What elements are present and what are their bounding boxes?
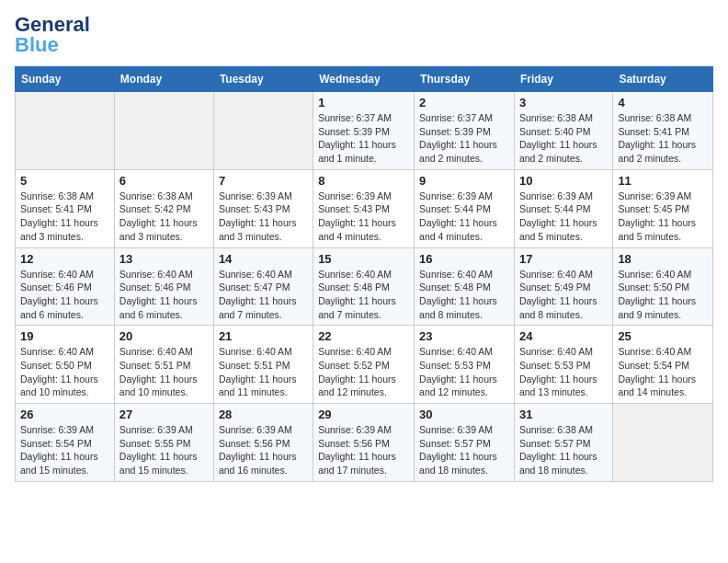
sunrise-text: Sunrise: 6:40 AM <box>419 268 509 282</box>
day-info: Sunrise: 6:39 AMSunset: 5:44 PMDaylight:… <box>519 190 608 244</box>
sunset-text: Sunset: 5:44 PM <box>519 202 608 216</box>
sunset-text: Sunset: 5:40 PM <box>519 125 608 139</box>
daylight-text: Daylight: 11 hours and 4 minutes. <box>318 216 409 243</box>
day-info: Sunrise: 6:40 AMSunset: 5:54 PMDaylight:… <box>618 345 708 399</box>
daylight-text: Daylight: 11 hours and 5 minutes. <box>618 216 708 243</box>
day-number: 17 <box>519 252 608 266</box>
weekday-header-sunday: Sunday <box>16 67 115 92</box>
calendar-cell: 22Sunrise: 6:40 AMSunset: 5:52 PMDayligh… <box>313 326 415 404</box>
day-info: Sunrise: 6:40 AMSunset: 5:53 PMDaylight:… <box>419 345 509 399</box>
sunset-text: Sunset: 5:55 PM <box>119 437 209 451</box>
daylight-text: Daylight: 11 hours and 3 minutes. <box>20 216 109 243</box>
sunrise-text: Sunrise: 6:38 AM <box>119 190 209 203</box>
daylight-text: Daylight: 11 hours and 17 minutes. <box>318 450 409 477</box>
sunset-text: Sunset: 5:46 PM <box>20 281 109 294</box>
sunset-text: Sunset: 5:50 PM <box>20 359 109 373</box>
sunset-text: Sunset: 5:43 PM <box>219 202 308 216</box>
day-info: Sunrise: 6:38 AMSunset: 5:41 PMDaylight:… <box>20 190 109 244</box>
daylight-text: Daylight: 11 hours and 13 minutes. <box>519 373 608 399</box>
sunrise-text: Sunrise: 6:40 AM <box>318 268 409 282</box>
calendar-cell: 9Sunrise: 6:39 AMSunset: 5:44 PMDaylight… <box>415 169 515 247</box>
day-number: 16 <box>419 252 509 266</box>
daylight-text: Daylight: 11 hours and 14 minutes. <box>618 373 708 399</box>
day-info: Sunrise: 6:40 AMSunset: 5:50 PMDaylight:… <box>618 268 708 322</box>
weekday-header-tuesday: Tuesday <box>213 67 313 92</box>
calendar-cell: 18Sunrise: 6:40 AMSunset: 5:50 PMDayligh… <box>613 247 713 326</box>
day-number: 6 <box>119 174 209 188</box>
sunrise-text: Sunrise: 6:38 AM <box>519 423 608 437</box>
daylight-text: Daylight: 11 hours and 2 minutes. <box>618 138 708 165</box>
daylight-text: Daylight: 11 hours and 16 minutes. <box>219 450 308 477</box>
day-info: Sunrise: 6:40 AMSunset: 5:51 PMDaylight:… <box>219 345 308 399</box>
day-info: Sunrise: 6:40 AMSunset: 5:51 PMDaylight:… <box>119 345 209 399</box>
daylight-text: Daylight: 11 hours and 18 minutes. <box>519 450 608 477</box>
day-info: Sunrise: 6:39 AMSunset: 5:56 PMDaylight:… <box>219 423 308 477</box>
calendar-cell: 2Sunrise: 6:37 AMSunset: 5:39 PMDaylight… <box>415 92 515 170</box>
sunset-text: Sunset: 5:52 PM <box>318 359 409 373</box>
sunset-text: Sunset: 5:50 PM <box>618 281 708 294</box>
day-number: 28 <box>219 408 308 421</box>
calendar-cell: 14Sunrise: 6:40 AMSunset: 5:47 PMDayligh… <box>213 247 313 326</box>
sunrise-text: Sunrise: 6:40 AM <box>119 345 209 359</box>
daylight-text: Daylight: 11 hours and 3 minutes. <box>219 216 308 243</box>
calendar-cell: 15Sunrise: 6:40 AMSunset: 5:48 PMDayligh… <box>313 247 415 326</box>
day-info: Sunrise: 6:40 AMSunset: 5:46 PMDaylight:… <box>20 268 109 322</box>
sunrise-text: Sunrise: 6:37 AM <box>419 111 509 125</box>
logo-text: GeneralBlue <box>15 15 90 55</box>
sunrise-text: Sunrise: 6:38 AM <box>20 190 109 203</box>
weekday-header-wednesday: Wednesday <box>313 67 415 92</box>
calendar-cell: 3Sunrise: 6:38 AMSunset: 5:40 PMDaylight… <box>514 92 612 170</box>
day-number: 14 <box>219 252 308 266</box>
sunset-text: Sunset: 5:53 PM <box>519 359 608 373</box>
sunset-text: Sunset: 5:48 PM <box>318 281 409 294</box>
day-number: 26 <box>20 408 109 421</box>
day-info: Sunrise: 6:38 AMSunset: 5:41 PMDaylight:… <box>618 111 708 166</box>
calendar-cell <box>114 92 213 170</box>
day-number: 8 <box>318 174 409 188</box>
day-info: Sunrise: 6:40 AMSunset: 5:53 PMDaylight:… <box>519 345 608 399</box>
sunrise-text: Sunrise: 6:40 AM <box>618 268 708 282</box>
sunset-text: Sunset: 5:54 PM <box>618 359 708 373</box>
daylight-text: Daylight: 11 hours and 7 minutes. <box>318 294 409 321</box>
calendar-cell: 11Sunrise: 6:39 AMSunset: 5:45 PMDayligh… <box>613 169 713 247</box>
sunset-text: Sunset: 5:56 PM <box>318 437 409 451</box>
calendar-table: SundayMondayTuesdayWednesdayThursdayFrid… <box>15 66 713 482</box>
day-number: 22 <box>318 329 409 343</box>
day-info: Sunrise: 6:38 AMSunset: 5:42 PMDaylight:… <box>119 190 209 244</box>
sunset-text: Sunset: 5:44 PM <box>419 202 509 216</box>
day-number: 10 <box>519 174 608 188</box>
calendar-cell: 8Sunrise: 6:39 AMSunset: 5:43 PMDaylight… <box>313 169 415 247</box>
day-number: 23 <box>419 329 509 343</box>
day-number: 31 <box>519 408 608 421</box>
weekday-header-row: SundayMondayTuesdayWednesdayThursdayFrid… <box>16 67 713 92</box>
calendar-week-row: 12Sunrise: 6:40 AMSunset: 5:46 PMDayligh… <box>16 247 713 326</box>
daylight-text: Daylight: 11 hours and 10 minutes. <box>20 373 109 399</box>
day-info: Sunrise: 6:39 AMSunset: 5:54 PMDaylight:… <box>20 423 109 477</box>
day-info: Sunrise: 6:38 AMSunset: 5:40 PMDaylight:… <box>519 111 608 166</box>
sunrise-text: Sunrise: 6:39 AM <box>519 190 608 203</box>
day-number: 24 <box>519 329 608 343</box>
day-info: Sunrise: 6:40 AMSunset: 5:50 PMDaylight:… <box>20 345 109 399</box>
day-number: 3 <box>519 96 608 109</box>
day-number: 4 <box>618 96 708 109</box>
daylight-text: Daylight: 11 hours and 6 minutes. <box>20 294 109 321</box>
sunrise-text: Sunrise: 6:40 AM <box>20 268 109 282</box>
day-number: 20 <box>119 329 209 343</box>
day-info: Sunrise: 6:37 AMSunset: 5:39 PMDaylight:… <box>419 111 509 166</box>
day-number: 21 <box>219 329 308 343</box>
daylight-text: Daylight: 11 hours and 3 minutes. <box>119 216 209 243</box>
sunset-text: Sunset: 5:46 PM <box>119 281 209 294</box>
day-info: Sunrise: 6:39 AMSunset: 5:43 PMDaylight:… <box>219 190 308 244</box>
sunrise-text: Sunrise: 6:40 AM <box>20 345 109 359</box>
sunset-text: Sunset: 5:45 PM <box>618 202 708 216</box>
calendar-week-row: 26Sunrise: 6:39 AMSunset: 5:54 PMDayligh… <box>16 404 713 482</box>
sunrise-text: Sunrise: 6:40 AM <box>219 345 308 359</box>
daylight-text: Daylight: 11 hours and 12 minutes. <box>318 373 409 399</box>
sunrise-text: Sunrise: 6:38 AM <box>519 111 608 125</box>
day-number: 30 <box>419 408 509 421</box>
calendar-cell: 13Sunrise: 6:40 AMSunset: 5:46 PMDayligh… <box>114 247 213 326</box>
day-number: 25 <box>618 329 708 343</box>
sunset-text: Sunset: 5:56 PM <box>219 437 308 451</box>
calendar-cell: 7Sunrise: 6:39 AMSunset: 5:43 PMDaylight… <box>213 169 313 247</box>
day-number: 5 <box>20 174 109 188</box>
